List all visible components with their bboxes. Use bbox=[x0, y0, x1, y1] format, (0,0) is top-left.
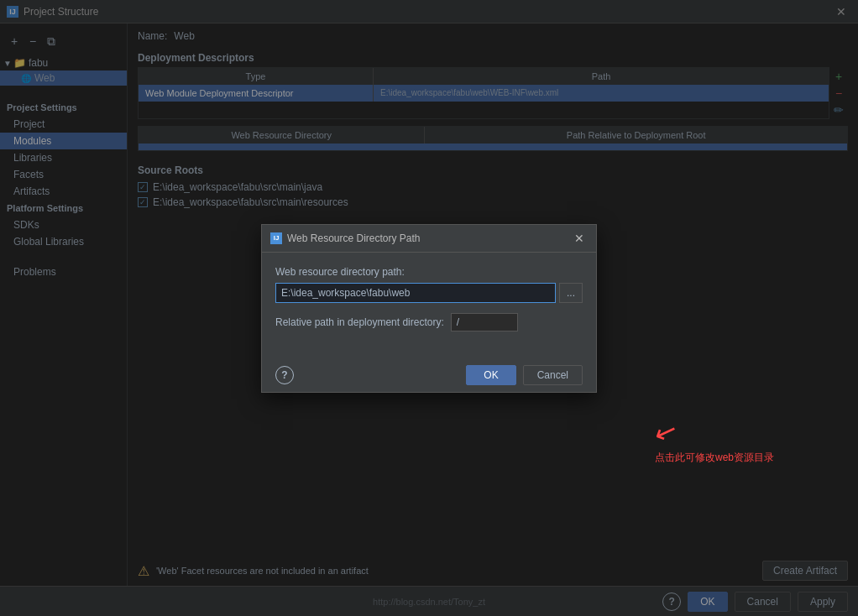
modal-icon: IJ bbox=[270, 232, 282, 244]
rel-path-row: Relative path in deployment directory: bbox=[275, 313, 583, 331]
modal-help-button[interactable]: ? bbox=[275, 366, 294, 384]
rel-path-label: Relative path in deployment directory: bbox=[275, 316, 444, 328]
modal-ok-button[interactable]: OK bbox=[466, 365, 515, 385]
modal-path-input[interactable] bbox=[275, 283, 556, 303]
modal-footer-buttons: OK Cancel bbox=[466, 365, 583, 385]
annotation-text: 点击此可修改web资源目录 bbox=[655, 451, 774, 465]
modal-dialog: IJ Web Resource Directory Path ✕ Web res… bbox=[261, 224, 597, 393]
modal-path-label: Web resource directory path: bbox=[275, 266, 583, 278]
annotation-arrow-icon: ↙ bbox=[650, 413, 682, 451]
rel-path-input[interactable] bbox=[451, 313, 518, 331]
browse-button[interactable]: ... bbox=[559, 283, 583, 303]
modal-close-button[interactable]: ✕ bbox=[571, 230, 588, 247]
modal-title: Web Resource Directory Path bbox=[287, 232, 421, 244]
modal-cancel-button[interactable]: Cancel bbox=[523, 365, 583, 385]
modal-title-bar: IJ Web Resource Directory Path ✕ bbox=[262, 225, 596, 253]
modal-input-row: ... bbox=[275, 283, 583, 303]
modal-overlay: IJ Web Resource Directory Path ✕ Web res… bbox=[0, 0, 858, 616]
modal-body: Web resource directory path: ... Relativ… bbox=[262, 253, 596, 358]
modal-title-left: IJ Web Resource Directory Path bbox=[270, 232, 421, 244]
annotation: ↙ 点击此可修改web资源目录 bbox=[655, 415, 774, 465]
modal-footer: ? OK Cancel bbox=[262, 358, 596, 392]
